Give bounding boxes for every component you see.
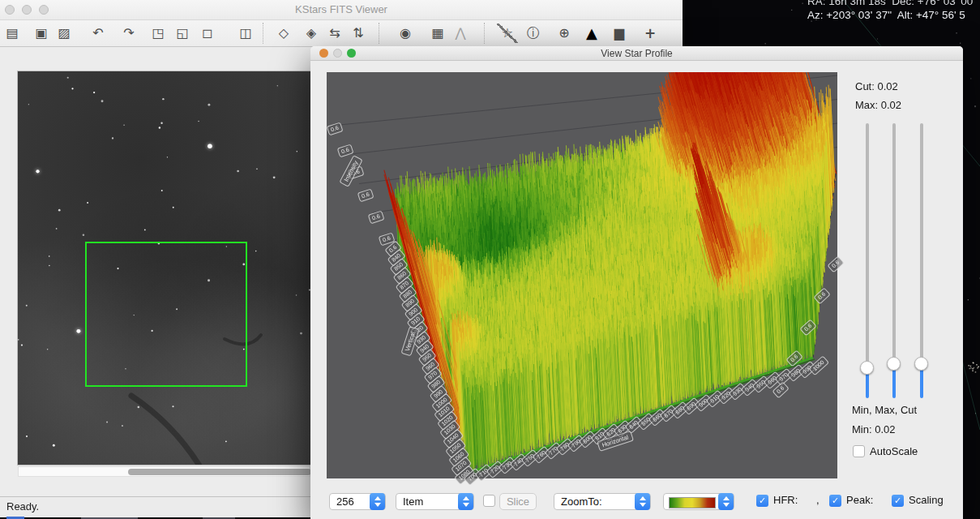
star-profile-3d-chart[interactable]: 0.60.60.60.60.60.60.68408508608708808909… <box>327 72 837 478</box>
colormap-combobox-stepper[interactable] <box>718 493 734 510</box>
peak-label: Peak: <box>846 494 873 506</box>
fits-toolbar: ▤▣▨↶↷◳◱◻◫◇◈⇆⇅◉▦⋀☆ⓘ⊕▲▆+ <box>0 20 683 47</box>
redo-icon[interactable]: ↷ <box>118 24 139 43</box>
sample-count-spinbox[interactable]: 256 <box>329 493 386 510</box>
slice-button[interactable]: Slice <box>499 493 537 510</box>
zoomto-combobox-stepper[interactable] <box>635 493 650 510</box>
fits-viewer-titlebar[interactable]: KStars FITS Viewer <box>0 0 683 20</box>
max-slider[interactable] <box>886 46 902 419</box>
scaling-label: Scaling <box>909 494 944 506</box>
open-file-icon[interactable]: ▤ <box>2 24 23 43</box>
max-slider-thumb[interactable] <box>887 357 901 371</box>
horizontal-scrollbar[interactable] <box>18 466 310 477</box>
item-combobox[interactable]: Item <box>396 493 474 510</box>
autoscale-checkbox[interactable] <box>853 445 865 457</box>
hfr-label: HFR: <box>773 494 798 506</box>
save-file-as-icon[interactable]: ▨ <box>53 24 75 43</box>
unmark-stars-icon[interactable]: ☆ <box>497 24 518 43</box>
hfr-checkbox[interactable]: ✓ <box>756 495 768 507</box>
colormap-combobox[interactable] <box>663 493 734 510</box>
slice-checkbox[interactable] <box>483 495 495 507</box>
sky-coordinates-line2: Az: +203° 03' 37" Alt: +47° 56' 5 <box>807 9 965 21</box>
cut-slider-track[interactable] <box>920 123 923 363</box>
zoomto-combobox[interactable]: ZoomTo: <box>554 493 651 510</box>
min-slider-track[interactable] <box>866 123 869 367</box>
zoom-in-icon[interactable]: ◳ <box>148 24 169 43</box>
center-telescope-icon[interactable]: ◉ <box>395 24 416 43</box>
save-file-icon[interactable]: ▣ <box>31 24 52 43</box>
sky-coordinates-line1: RA: 16h 3m 18s Dec: +76° 03' 00" <box>807 0 977 8</box>
max-slider-track[interactable] <box>892 123 896 363</box>
toolbar-separator <box>484 23 485 44</box>
item-combobox-value: Item <box>403 495 423 508</box>
statistics-icon[interactable]: ▆ <box>609 24 630 43</box>
min-max-cut-label: Min, Max, Cut <box>852 404 917 416</box>
zoom-out-icon[interactable]: ◱ <box>172 24 193 43</box>
pixel-grid-icon[interactable]: ▦ <box>427 24 448 43</box>
view-star-profile-dialog: View Star Profile 0.60.60.60.60.60.60.68… <box>310 46 963 519</box>
rotate-right-icon[interactable]: ◇ <box>273 24 294 43</box>
window-title: KStars FITS Viewer <box>0 3 683 15</box>
flip-vertical-icon[interactable]: ⇅ <box>348 24 369 43</box>
crop-icon[interactable]: ◫ <box>235 24 256 43</box>
toolbar-separator <box>263 23 263 44</box>
status-text: Ready. <box>6 500 39 513</box>
scaling-checkbox[interactable]: ✓ <box>892 495 904 507</box>
crosshair-icon[interactable]: ⊕ <box>554 24 575 43</box>
sample-count-stepper[interactable] <box>370 493 385 510</box>
autoscale-label: AutoScale <box>870 445 918 457</box>
min-value-label: Min: 0.02 <box>852 423 895 435</box>
zoomto-combobox-value: ZoomTo: <box>561 495 602 508</box>
sample-count-value: 256 <box>336 495 354 508</box>
toolbar-separator <box>379 23 379 44</box>
flip-horizontal-icon[interactable]: ⇆ <box>324 24 345 43</box>
zoom-default-icon[interactable]: ◻ <box>197 24 218 43</box>
fits-info-icon[interactable]: ⓘ <box>523 24 544 43</box>
fits-image-view[interactable] <box>18 71 310 465</box>
undo-icon[interactable]: ↶ <box>88 24 109 43</box>
pan-mode-icon[interactable]: + <box>640 24 661 43</box>
star-selection-rectangle <box>85 242 247 387</box>
sky-coordinates: RA: 16h 3m 18s Dec: +76° 03' 00"Az: +203… <box>807 0 977 22</box>
min-slider[interactable] <box>859 46 875 419</box>
peak-checkbox[interactable]: ✓ <box>829 495 841 507</box>
min-slider-thumb[interactable] <box>860 361 874 375</box>
comma-text: , <box>816 494 820 506</box>
histogram-icon[interactable]: ⋀ <box>450 24 471 43</box>
star-profile-icon[interactable]: ▲ <box>581 24 602 43</box>
cut-slider[interactable] <box>914 46 930 419</box>
rotate-left-icon[interactable]: ◈ <box>301 24 322 43</box>
cut-slider-thumb[interactable] <box>914 357 928 371</box>
colormap-gradient-swatch <box>669 497 716 508</box>
horizontal-scrollbar-thumb[interactable] <box>128 469 311 475</box>
item-combobox-stepper[interactable] <box>458 493 473 510</box>
